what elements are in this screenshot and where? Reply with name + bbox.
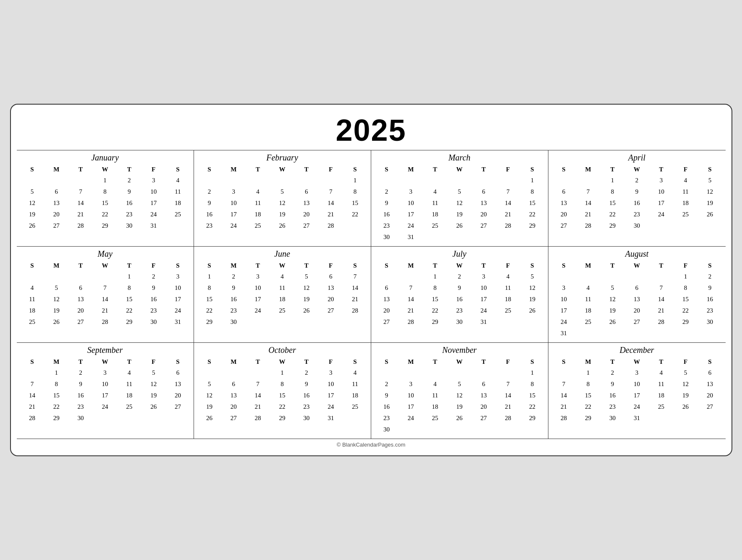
day-cell: 24 bbox=[93, 401, 117, 413]
day-cell: 12 bbox=[520, 282, 545, 294]
day-cell: 31 bbox=[319, 413, 343, 424]
day-cell: 4 bbox=[246, 186, 270, 197]
week-row: 27282930 bbox=[552, 220, 722, 231]
day-cell: 19 bbox=[142, 390, 166, 401]
month-cell-march: MarchSMTWTFS1234567891011121314151617181… bbox=[371, 150, 548, 247]
day-cell: 9 bbox=[68, 379, 93, 390]
month-cell-february: FebruarySMTWTFS1234567891011121314151617… bbox=[194, 150, 371, 247]
day-cell: 8 bbox=[423, 282, 447, 294]
week-row: 3031 bbox=[375, 231, 545, 243]
day-cell: 2 bbox=[447, 271, 472, 282]
day-header: T bbox=[117, 357, 142, 367]
day-cell bbox=[375, 271, 399, 282]
day-header: M bbox=[221, 260, 246, 271]
day-cell bbox=[270, 316, 294, 328]
month-name: December bbox=[552, 345, 722, 357]
week-row: 567891011 bbox=[197, 379, 367, 390]
day-header: F bbox=[142, 260, 166, 271]
week-row: 21222324252627 bbox=[20, 401, 190, 413]
day-cell bbox=[399, 424, 423, 435]
day-header: W bbox=[93, 260, 117, 271]
day-cell: 10 bbox=[93, 379, 117, 390]
day-cell: 5 bbox=[20, 186, 45, 197]
day-cell bbox=[600, 271, 625, 282]
day-cell bbox=[649, 328, 674, 339]
day-header: T bbox=[472, 164, 496, 175]
week-row: 1 bbox=[197, 175, 367, 186]
day-cell: 29 bbox=[423, 316, 447, 328]
day-header: S bbox=[20, 260, 45, 271]
day-cell: 27 bbox=[166, 401, 190, 413]
day-cell: 22 bbox=[270, 401, 294, 413]
day-cell: 16 bbox=[117, 197, 142, 209]
year-title: 2025 bbox=[17, 109, 726, 150]
day-cell: 12 bbox=[698, 186, 722, 197]
day-cell: 13 bbox=[472, 197, 496, 209]
day-cell: 2 bbox=[117, 175, 142, 186]
week-row: 21222324252627 bbox=[552, 401, 722, 413]
day-cell: 21 bbox=[399, 305, 423, 316]
week-row: 262728293031 bbox=[20, 220, 190, 231]
day-cell: 14 bbox=[576, 197, 600, 209]
day-header: S bbox=[197, 260, 222, 271]
day-cell: 19 bbox=[20, 209, 45, 220]
day-cell: 26 bbox=[698, 209, 722, 220]
day-cell: 8 bbox=[93, 186, 117, 197]
day-cell bbox=[423, 175, 447, 186]
day-cell: 23 bbox=[375, 220, 399, 231]
day-header: F bbox=[674, 357, 698, 367]
day-cell: 24 bbox=[319, 401, 343, 413]
day-cell bbox=[399, 175, 423, 186]
day-header: T bbox=[246, 164, 270, 175]
day-cell: 7 bbox=[399, 282, 423, 294]
day-cell: 10 bbox=[472, 282, 496, 294]
day-cell: 21 bbox=[649, 305, 674, 316]
day-cell: 22 bbox=[576, 401, 600, 413]
day-cell: 22 bbox=[520, 209, 545, 220]
day-cell: 18 bbox=[20, 305, 45, 316]
cal-table: SMTWTFS123456789101112131415161718192021… bbox=[552, 164, 722, 231]
day-cell: 28 bbox=[93, 316, 117, 328]
week-row: 18192021222324 bbox=[20, 305, 190, 316]
day-cell bbox=[576, 271, 600, 282]
week-row: 12345 bbox=[552, 175, 722, 186]
day-cell: 13 bbox=[68, 294, 93, 305]
day-cell: 26 bbox=[447, 220, 472, 231]
day-cell: 30 bbox=[375, 231, 399, 243]
day-cell: 30 bbox=[142, 316, 166, 328]
day-cell: 16 bbox=[142, 294, 166, 305]
day-cell: 6 bbox=[472, 379, 496, 390]
day-cell: 2 bbox=[142, 271, 166, 282]
day-cell: 28 bbox=[246, 413, 270, 424]
day-cell: 13 bbox=[552, 197, 576, 209]
week-row: 1234 bbox=[197, 367, 367, 379]
day-header: S bbox=[698, 260, 722, 271]
day-cell bbox=[472, 231, 496, 243]
month-name: November bbox=[375, 345, 545, 357]
day-header: M bbox=[221, 164, 246, 175]
day-cell bbox=[496, 316, 520, 328]
day-cell: 3 bbox=[166, 271, 190, 282]
week-row: 24252627282930 bbox=[552, 316, 722, 328]
day-cell: 4 bbox=[674, 175, 698, 186]
day-cell: 26 bbox=[520, 305, 545, 316]
day-cell bbox=[93, 413, 117, 424]
day-cell: 15 bbox=[197, 294, 222, 305]
day-cell bbox=[246, 316, 270, 328]
day-cell bbox=[246, 367, 270, 379]
day-cell: 12 bbox=[197, 390, 222, 401]
day-cell: 8 bbox=[343, 186, 367, 197]
day-cell bbox=[166, 220, 190, 231]
week-row: 28293031 bbox=[552, 413, 722, 424]
day-cell: 8 bbox=[270, 379, 294, 390]
day-header: S bbox=[375, 260, 399, 271]
day-cell: 5 bbox=[447, 186, 472, 197]
day-cell: 13 bbox=[472, 390, 496, 401]
day-cell: 24 bbox=[246, 305, 270, 316]
day-cell: 18 bbox=[649, 390, 674, 401]
day-cell: 16 bbox=[625, 197, 649, 209]
day-cell: 1 bbox=[197, 271, 222, 282]
day-cell: 28 bbox=[496, 220, 520, 231]
day-cell: 3 bbox=[93, 367, 117, 379]
day-cell: 24 bbox=[472, 305, 496, 316]
